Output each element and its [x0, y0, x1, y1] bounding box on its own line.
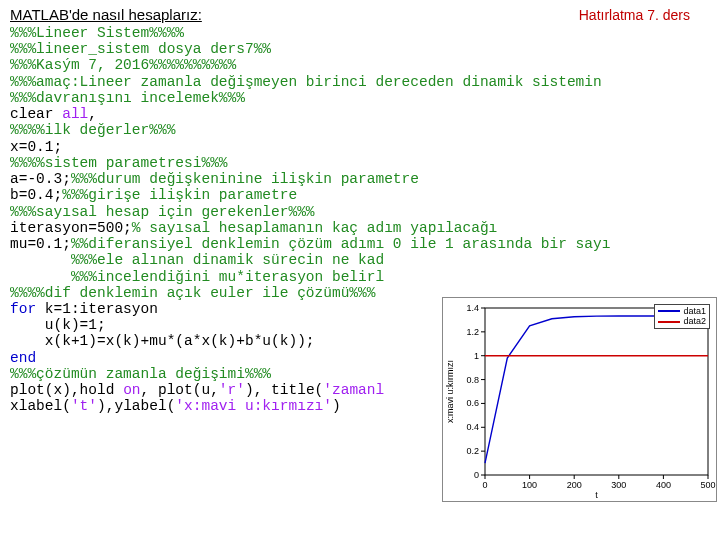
- svg-text:300: 300: [611, 480, 626, 490]
- svg-text:1.2: 1.2: [466, 327, 479, 337]
- reminder-label: Hatırlatma 7. ders: [579, 7, 690, 23]
- svg-text:1: 1: [474, 351, 479, 361]
- svg-text:0.6: 0.6: [466, 398, 479, 408]
- svg-text:200: 200: [567, 480, 582, 490]
- svg-text:500: 500: [700, 480, 715, 490]
- svg-rect-0: [485, 308, 708, 475]
- page-title: MATLAB'de nasıl hesaplarız:: [10, 6, 202, 23]
- svg-text:400: 400: [656, 480, 671, 490]
- svg-text:0.4: 0.4: [466, 422, 479, 432]
- svg-text:100: 100: [522, 480, 537, 490]
- svg-text:0.8: 0.8: [466, 375, 479, 385]
- svg-text:t: t: [595, 490, 598, 500]
- svg-text:0: 0: [482, 480, 487, 490]
- svg-text:x:mavi u:kırmızı: x:mavi u:kırmızı: [445, 360, 455, 423]
- svg-text:1.4: 1.4: [466, 303, 479, 313]
- plot-legend: data1 data2: [654, 304, 710, 329]
- matlab-plot: 010020030040050000.20.40.60.811.21.4tx:m…: [442, 297, 717, 502]
- svg-text:0.2: 0.2: [466, 446, 479, 456]
- svg-text:0: 0: [474, 470, 479, 480]
